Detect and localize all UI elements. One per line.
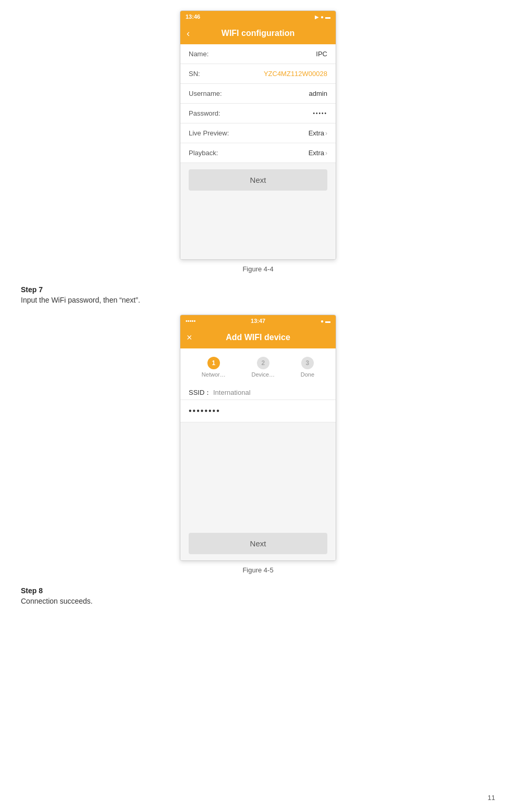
close-icon-2[interactable]: × xyxy=(187,332,192,343)
navbar-1: ‹ WIFI configuration xyxy=(180,22,336,44)
step-indicator-1: 1 Networ… xyxy=(202,357,226,378)
status-icons-2: ● ▬ xyxy=(321,318,330,324)
step7-title: Step 7 xyxy=(21,285,495,294)
step-circle-2: 2 xyxy=(257,357,269,369)
signal-icon-1: ▶ xyxy=(315,14,319,20)
navbar-2: × Add WIFI device xyxy=(180,327,336,348)
config-value-playback: Extra › xyxy=(309,149,327,157)
navbar-title-1: WIFI configuration xyxy=(222,29,294,38)
config-row-password: Password: ••••• xyxy=(180,104,336,123)
wifi-password-dots: •••••••• xyxy=(189,406,220,415)
wifi-icon-1: ● xyxy=(321,14,324,20)
ssid-row: SSID： International xyxy=(180,382,336,400)
step8-desc: Connection succeeds. xyxy=(21,597,495,605)
step-label-1: Networ… xyxy=(202,371,226,378)
gray-area-1 xyxy=(180,197,336,259)
step-indicator-3: 3 Done xyxy=(301,357,314,378)
config-label-name: Name: xyxy=(189,50,208,58)
next-button-2[interactable]: Next xyxy=(189,533,327,554)
large-gray-area xyxy=(180,422,336,527)
config-row-sn: SN: YZC4MZ112W00028 xyxy=(180,64,336,84)
step-label-3: Done xyxy=(301,371,314,378)
config-value-sn: YZC4MZ112W00028 xyxy=(264,70,327,78)
status-signal-2: ••••• xyxy=(186,318,195,324)
status-time-2: 13:47 xyxy=(251,318,265,324)
battery-icon-1: ▬ xyxy=(325,14,330,20)
next-button-container-1: Next xyxy=(180,163,336,197)
back-icon-1[interactable]: ‹ xyxy=(187,28,190,39)
navbar-title-2: Add WIFI device xyxy=(226,333,290,342)
ssid-value: International xyxy=(213,389,251,396)
config-value-username: admin xyxy=(309,90,327,97)
chevron-livepreview: › xyxy=(325,130,327,137)
config-label-livepreview: Live Preview: xyxy=(189,129,229,137)
config-value-name: IPC xyxy=(316,50,327,58)
config-value-password: ••••• xyxy=(313,110,327,116)
ssid-label: SSID： xyxy=(189,389,211,396)
chevron-playback: › xyxy=(325,149,327,157)
step-circle-3: 3 xyxy=(301,357,314,369)
next-button-container-2: Next xyxy=(180,527,336,560)
status-bar-1: 13:46 ▶ ● ▬ xyxy=(180,11,336,22)
step-circle-1: 1 xyxy=(207,357,220,369)
step-indicator-2: 2 Device… xyxy=(251,357,275,378)
status-time-1: 13:46 xyxy=(186,14,200,20)
figure5-caption: Figure 4-5 xyxy=(242,566,273,574)
config-row-username: Username: admin xyxy=(180,84,336,104)
figure4-phone: 13:46 ▶ ● ▬ ‹ WIFI configuration Name: I… xyxy=(180,10,336,260)
page-number: 11 xyxy=(488,794,495,802)
step8-title: Step 8 xyxy=(21,586,495,595)
status-icons-1: ▶ ● ▬ xyxy=(315,14,330,20)
battery-icon-2: ▬ xyxy=(325,318,330,324)
config-label-playback: Playback: xyxy=(189,149,218,157)
step-label-2: Device… xyxy=(251,371,275,378)
config-label-sn: SN: xyxy=(189,70,200,78)
config-label-username: Username: xyxy=(189,90,222,97)
next-button-1[interactable]: Next xyxy=(189,169,327,191)
config-row-playback[interactable]: Playback: Extra › xyxy=(180,143,336,163)
step-indicators: 1 Networ… 2 Device… 3 Done xyxy=(180,348,336,382)
step7-desc: Input the WiFi password, then “next”. xyxy=(21,296,495,304)
config-form-1: Name: IPC SN: YZC4MZ112W00028 Username: … xyxy=(180,44,336,163)
wifi-icon-2: ● xyxy=(321,318,324,324)
status-bar-2: ••••• 13:47 ● ▬ xyxy=(180,315,336,327)
figure5-phone: ••••• 13:47 ● ▬ × Add WIFI device 1 Netw… xyxy=(180,315,336,561)
config-row-livepreview[interactable]: Live Preview: Extra › xyxy=(180,123,336,143)
step8-section: Step 8 Connection succeeds. xyxy=(0,582,516,616)
step7-section: Step 7 Input the WiFi password, then “ne… xyxy=(0,281,516,315)
wifi-password-row[interactable]: •••••••• xyxy=(180,400,336,422)
config-label-password: Password: xyxy=(189,109,220,117)
figure4-caption: Figure 4-4 xyxy=(242,265,273,273)
config-value-livepreview: Extra › xyxy=(309,129,327,137)
config-row-name: Name: IPC xyxy=(180,44,336,64)
